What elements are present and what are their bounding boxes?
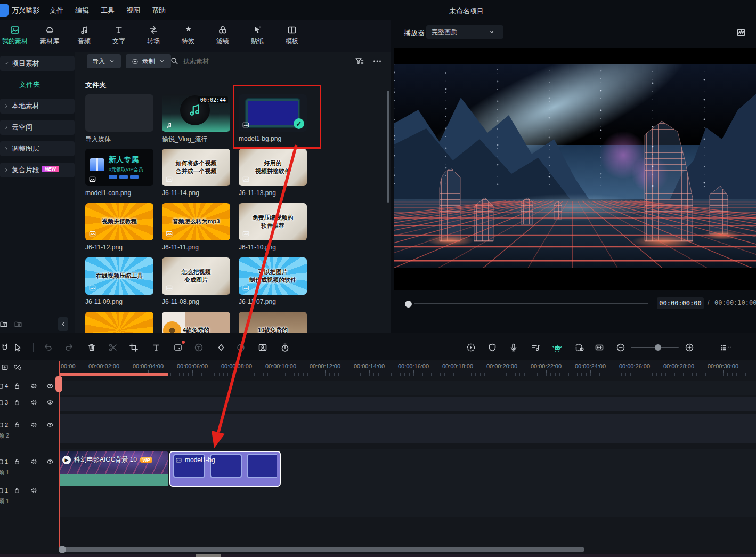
redo-button[interactable] [63,341,76,354]
zoom-out-button[interactable] [614,341,627,354]
delete-folder-icon[interactable] [13,319,23,329]
media-item-J6-11-12.png[interactable]: 视频拼接教程 J6-11-12.png [85,203,153,251]
volume-icon[interactable] [29,421,38,429]
tab-text[interactable]: 文字 [103,25,134,49]
timeline-hscrollbar-knob[interactable] [59,546,66,553]
sidebar-item-3[interactable]: 本地素材 [0,99,75,114]
auto-ripple-link-icon[interactable] [13,363,22,372]
audio-mixer-button[interactable] [529,341,542,354]
tab-filters[interactable]: 滤镜 [207,25,238,49]
media-item-J6-11-14.png[interactable]: 如何将多个视频合并成一个视频 J6-11-14.png [162,149,230,197]
sidebar-item-6[interactable]: 复合片段NEW [0,163,75,177]
voiceover-mic-button[interactable] [507,341,520,354]
sidebar-item-2[interactable]: 文件夹 [0,77,75,92]
sidebar-item-4[interactable]: 云空间 [0,120,75,135]
menu-3[interactable]: 工具 [101,6,115,15]
delete-button[interactable] [85,341,98,354]
sidebar-item-1[interactable]: 项目素材 [0,56,75,71]
timeline-clip-image-selected[interactable]: model1-bg [169,451,281,487]
lock-icon[interactable] [13,486,21,495]
track-layout-button[interactable] [719,341,732,354]
auto-ripple-button[interactable] [593,341,606,354]
import-button[interactable]: 导入 [87,54,121,68]
pointer-tool-button[interactable] [11,341,24,354]
ai-assistant-button[interactable] [551,341,564,354]
menu-4[interactable]: 视图 [126,6,140,15]
more-options-icon[interactable] [372,56,383,67]
add-text-button[interactable] [150,341,162,354]
menu-1[interactable]: 文件 [50,6,63,15]
media-item[interactable]: 10款免费的 [239,312,307,333]
menu-5[interactable]: 帮助 [152,6,166,15]
speed-text-button[interactable] [192,341,205,354]
tab-transition[interactable]: 转场 [138,25,169,49]
volume-icon[interactable] [29,382,38,390]
performance-monitor-icon[interactable] [736,27,746,38]
media-item-model1-bg.png[interactable]: ✓model1-bg.png [239,94,307,142]
media-item-J6-11-13.png[interactable]: 好用的视频拼接软件 J6-11-13.png [239,149,307,197]
tab-audio[interactable]: 音频 [69,25,100,49]
timeline-clip-video[interactable]: ▶ 科幻电影AIGC背景 10 VIP [59,451,168,486]
media-item-J6-11-09.png[interactable]: 在线视频压缩工具 J6-11-09.png [85,257,153,305]
render-preview-button[interactable] [465,341,477,354]
tab-stickers[interactable]: 贴纸 [242,25,273,49]
media-item-导入媒体[interactable]: 导入媒体 [85,94,153,144]
quality-dropdown[interactable]: 完整画质 [426,25,503,39]
media-item-J6-11-10.png[interactable]: 免费压缩视频的软件推荐 J6-11-10.png [239,203,307,251]
lock-icon[interactable] [13,398,21,407]
tab-effects[interactable]: 特效 [173,25,204,49]
volume-icon[interactable] [29,486,38,495]
seek-handle[interactable] [405,301,412,308]
mask-button[interactable] [172,341,184,354]
track-lane[interactable] [59,486,756,517]
media-scrollbar[interactable] [387,91,389,203]
zoom-in-button[interactable] [683,341,696,354]
lock-icon[interactable] [13,421,21,429]
add-folder-icon[interactable] [0,319,9,329]
new-badge: NEW [42,166,59,172]
collapse-panel-button[interactable] [58,317,68,331]
timer-button[interactable] [279,341,291,354]
undo-button[interactable] [42,341,54,354]
zoom-slider-handle[interactable] [655,344,661,351]
keyframe-button[interactable] [215,341,227,354]
media-item-J6-11-08.png[interactable]: 怎么把视频变成图片 J6-11-08.png [162,257,230,305]
volume-icon[interactable] [29,398,38,407]
media-item[interactable]: 4款免费的 [162,312,230,333]
media-item[interactable] [85,312,153,333]
media-item-J6-11-11.png[interactable]: 音频怎么转为mp3 J6-11-11.png [162,203,230,251]
sidebar-item-5[interactable]: 调整图层 [0,141,75,156]
eye-icon[interactable] [46,421,54,429]
media-item-J6-11-07.png[interactable]: 可以把图片制作成视频的软件 J6-11-07.png [239,257,307,305]
timeline-hscrollbar[interactable] [60,547,584,552]
tab-stock[interactable]: 素材库 [34,25,65,49]
track-lane[interactable] [59,414,756,443]
crop-button[interactable] [127,341,140,354]
marker-shield-button[interactable] [486,341,499,354]
preview-video[interactable] [394,48,756,290]
search-input[interactable] [182,57,264,66]
magnet-button[interactable] [0,341,11,354]
lock-icon[interactable] [13,457,21,466]
volume-icon[interactable] [29,457,38,466]
menu-2[interactable]: 编辑 [75,6,89,15]
ai-portrait-button[interactable] [256,341,269,354]
tab-templates[interactable]: 模板 [277,25,307,49]
playhead-handle[interactable] [55,376,62,392]
preview-clip-button[interactable] [573,341,586,354]
track-lane[interactable] [59,381,756,395]
eye-icon[interactable] [46,398,54,407]
chroma-key-button[interactable] [234,341,247,354]
eye-icon[interactable] [46,457,54,466]
add-track-icon[interactable] [1,363,9,372]
media-item-model1-con.png[interactable]: 新人专属0元领取VIP会员 model1-con.png [85,149,153,197]
eye-icon[interactable] [46,382,54,390]
record-button[interactable]: 录制 [126,54,171,68]
lock-icon[interactable] [13,382,21,390]
seek-bar[interactable] [414,303,648,304]
filter-icon[interactable] [354,56,364,67]
media-item-愉悦_Vlog_流行[interactable]: 00:02:44 愉悦_Vlog_流行 [162,94,230,144]
cut-button[interactable] [107,341,119,354]
track-lane[interactable] [59,397,756,411]
tab-media[interactable]: 我的素材 [0,25,30,49]
